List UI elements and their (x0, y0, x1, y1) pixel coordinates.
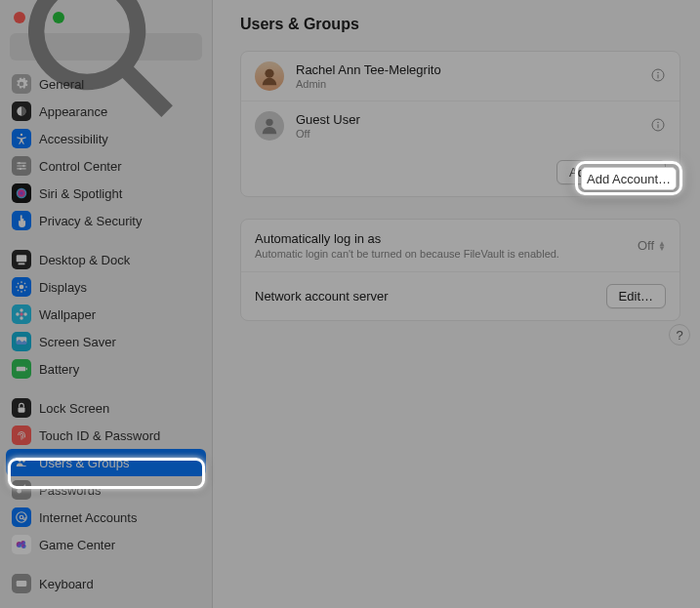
svg-point-1 (21, 134, 22, 136)
sidebar-item-accessibility[interactable]: Accessibility (6, 125, 206, 152)
sidebar-item-appearance[interactable]: Appearance (6, 98, 206, 125)
sidebar-item-general[interactable]: General (6, 70, 206, 98)
svg-point-8 (20, 285, 24, 290)
svg-point-3 (22, 165, 24, 167)
search-input[interactable] (194, 39, 198, 56)
sidebar-nav: GeneralAppearanceAccessibilityControl Ce… (0, 70, 212, 601)
sidebar-item-label: Wallpaper (39, 307, 96, 322)
add-account-button-highlighted[interactable]: Add Account… (581, 167, 677, 190)
user-row[interactable]: Rachel Ann Tee-MelegritoAdmin (241, 52, 679, 101)
svg-point-5 (17, 188, 27, 199)
flower-icon (12, 304, 31, 324)
auto-login-title: Automatically log in as (255, 231, 628, 246)
sidebar-item-siri[interactable]: Siri & Spotlight (6, 180, 206, 207)
sidebar-item-label: Passwords (39, 483, 102, 498)
network-account-title: Network account server (255, 289, 597, 304)
sidebar-item-game-center[interactable]: Game Center (6, 531, 206, 558)
page-title: Users & Groups (240, 16, 680, 33)
sidebar-item-wallpaper[interactable]: Wallpaper (6, 301, 206, 328)
sidebar-item-label: Lock Screen (39, 401, 109, 416)
sidebar-item-label: Touch ID & Password (39, 428, 160, 443)
sidebar-item-touchid[interactable]: Touch ID & Password (6, 422, 206, 449)
login-settings-panel: Automatically log in as Automatic login … (240, 219, 680, 321)
svg-rect-15 (17, 367, 25, 372)
keyboard-icon (12, 574, 31, 593)
svg-point-34 (658, 122, 659, 123)
sidebar-item-label: Users & Groups (39, 456, 129, 470)
svg-point-25 (21, 544, 26, 548)
user-name: Rachel Ann Tee-Melegrito (296, 62, 638, 77)
sidebar-item-internet-accounts[interactable]: Internet Accounts (6, 504, 206, 531)
sidebar-item-lock-screen[interactable]: Lock Screen (6, 394, 206, 422)
svg-point-18 (19, 459, 22, 463)
sidebar-item-label: Privacy & Security (39, 214, 142, 228)
auto-login-row[interactable]: Automatically log in as Automatic login … (241, 220, 679, 272)
sidebar-item-keyboard[interactable]: Keyboard (6, 570, 206, 597)
auto-login-note: Automatic login can't be turned on becau… (255, 248, 628, 260)
sidebar-item-label: Accessibility (39, 132, 108, 146)
sidebar-item-users-groups[interactable]: Users & Groups (6, 449, 206, 476)
game-icon (12, 535, 31, 554)
lock-icon (12, 398, 31, 418)
svg-point-9 (20, 312, 23, 316)
sidebar-item-label: Screen Saver (39, 335, 116, 349)
sidebar-item-control-center[interactable]: Control Center (6, 152, 206, 180)
appearance-icon (12, 101, 31, 121)
sidebar-item-label: Control Center (39, 159, 122, 174)
svg-rect-17 (19, 407, 25, 412)
sidebar-item-label: Desktop & Dock (39, 253, 130, 267)
sidebar-item-label: Siri & Spotlight (39, 186, 122, 201)
content-pane: Users & Groups Rachel Ann Tee-MelegritoA… (213, 0, 700, 608)
sidebar: GeneralAppearanceAccessibilityControl Ce… (0, 0, 213, 608)
sidebar-item-passwords[interactable]: Passwords (6, 476, 206, 504)
auto-login-value: Off ▲▼ (638, 238, 666, 253)
user-role: Off (296, 128, 638, 140)
sidebar-item-label: Game Center (39, 538, 115, 552)
search-field[interactable] (10, 33, 202, 61)
sidebar-item-label: Keyboard (39, 577, 94, 591)
edit-network-server-button[interactable]: Edit… (606, 284, 666, 308)
user-row[interactable]: Guest UserOff (241, 101, 679, 150)
sidebar-item-label: Displays (39, 280, 87, 295)
sidebar-item-screensaver[interactable]: Screen Saver (6, 328, 206, 355)
svg-point-11 (20, 316, 23, 320)
updown-icon: ▲▼ (658, 241, 666, 251)
auto-login-value-text: Off (638, 238, 654, 253)
svg-point-13 (23, 312, 27, 316)
sun-icon (12, 277, 31, 297)
svg-rect-16 (26, 368, 27, 370)
info-icon[interactable] (650, 67, 666, 86)
sidebar-item-desktop-dock[interactable]: Desktop & Dock (6, 246, 206, 273)
users-icon (12, 453, 31, 472)
dock-icon (12, 250, 31, 269)
screensaver-icon (12, 332, 31, 351)
svg-point-4 (20, 168, 21, 170)
sidebar-item-displays[interactable]: Displays (6, 273, 206, 301)
user-role: Admin (296, 78, 638, 90)
network-account-row: Network account server Edit… (241, 272, 679, 320)
svg-point-10 (20, 308, 23, 312)
sidebar-item-privacy[interactable]: Privacy & Security (6, 207, 206, 234)
gear-icon (12, 74, 31, 94)
avatar (255, 61, 284, 91)
help-button[interactable]: ? (669, 324, 690, 345)
battery-icon (12, 359, 31, 379)
svg-point-19 (22, 460, 25, 463)
siri-icon (12, 183, 31, 203)
sidebar-item-label: Appearance (39, 104, 107, 119)
hand-icon (12, 211, 31, 230)
accessibility-icon (12, 129, 31, 148)
svg-point-2 (19, 162, 21, 164)
info-icon[interactable] (650, 117, 666, 136)
svg-rect-6 (17, 255, 27, 262)
key-icon (12, 480, 31, 500)
user-name: Guest User (296, 112, 638, 127)
sidebar-item-battery[interactable]: Battery (6, 355, 206, 383)
avatar (255, 111, 284, 141)
at-icon (12, 507, 31, 527)
sidebar-item-label: Internet Accounts (39, 510, 137, 525)
svg-point-12 (16, 312, 20, 316)
svg-point-20 (17, 489, 21, 494)
svg-rect-7 (19, 263, 25, 265)
svg-point-31 (266, 119, 272, 126)
